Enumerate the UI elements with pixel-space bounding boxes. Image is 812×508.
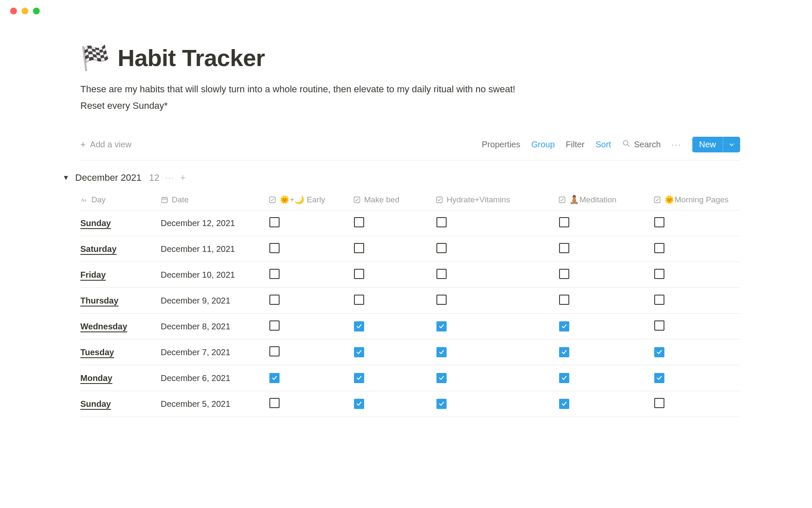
habit-checkbox[interactable]	[654, 295, 664, 305]
habit-checkbox[interactable]	[269, 217, 280, 227]
group-add-button[interactable]: +	[180, 172, 186, 183]
date-cell[interactable]: December 10, 2021	[161, 270, 269, 280]
page-reset-note[interactable]: Reset every Sunday*	[80, 98, 740, 113]
cell-early	[269, 217, 353, 229]
habit-checkbox[interactable]	[436, 321, 447, 331]
habit-checkbox[interactable]	[269, 373, 280, 383]
column-header-date[interactable]: Date	[161, 195, 269, 204]
date-cell[interactable]: December 7, 2021	[161, 348, 269, 357]
habit-checkbox[interactable]	[654, 347, 664, 357]
column-header-hydrate[interactable]: Hydrate+Vitamins	[436, 195, 558, 204]
column-header-meditation[interactable]: 🧘🏽Meditation	[558, 195, 653, 204]
habit-checkbox[interactable]	[559, 399, 569, 409]
maximize-window-button[interactable]	[33, 8, 40, 14]
column-header-makebed[interactable]: Make bed	[353, 195, 436, 204]
habit-checkbox[interactable]	[436, 243, 447, 253]
new-dropdown-button[interactable]	[723, 137, 740, 152]
day-cell[interactable]: Saturday	[80, 244, 161, 254]
habit-checkbox[interactable]	[354, 373, 364, 383]
group-more-button[interactable]: ···	[165, 174, 174, 182]
group-name[interactable]: December 2021	[75, 172, 142, 183]
day-cell[interactable]: Sunday	[80, 399, 161, 409]
day-cell[interactable]: Tuesday	[80, 348, 161, 357]
table-row[interactable]: WednesdayDecember 8, 2021	[80, 314, 740, 340]
habit-checkbox[interactable]	[354, 269, 364, 279]
minimize-window-button[interactable]	[22, 8, 28, 14]
cell-morningpages	[653, 269, 740, 281]
date-cell[interactable]: December 12, 2021	[161, 218, 269, 228]
date-cell[interactable]: December 5, 2021	[161, 399, 269, 409]
habit-checkbox[interactable]	[269, 295, 280, 305]
cell-early	[269, 346, 353, 359]
habit-checkbox[interactable]	[654, 398, 664, 408]
day-cell[interactable]: Thursday	[80, 296, 161, 306]
new-button[interactable]: New	[692, 137, 740, 152]
habit-checkbox[interactable]	[559, 217, 569, 227]
table-row[interactable]: SundayDecember 12, 2021	[80, 210, 740, 236]
habit-checkbox[interactable]	[654, 373, 664, 383]
table-row[interactable]: TuesdayDecember 7, 2021	[80, 340, 740, 365]
cell-morningpages	[653, 217, 740, 229]
habit-checkbox[interactable]	[436, 373, 447, 383]
sort-button[interactable]: Sort	[595, 140, 611, 149]
habit-checkbox[interactable]	[354, 321, 364, 331]
column-header-day[interactable]: AaDay	[80, 195, 161, 204]
habit-checkbox[interactable]	[559, 321, 569, 331]
page-title[interactable]: Habit Tracker	[118, 44, 265, 72]
table-row[interactable]: SundayDecember 5, 2021	[80, 391, 740, 417]
table-row[interactable]: ThursdayDecember 9, 2021	[80, 288, 740, 314]
habit-checkbox[interactable]	[654, 243, 664, 253]
habit-checkbox[interactable]	[354, 399, 364, 409]
habit-checkbox[interactable]	[269, 346, 280, 356]
habit-checkbox[interactable]	[436, 399, 447, 409]
day-cell[interactable]: Sunday	[80, 218, 161, 228]
habit-checkbox[interactable]	[654, 217, 664, 227]
more-options-button[interactable]: ···	[672, 140, 681, 149]
cell-makebed	[353, 373, 436, 384]
habit-checkbox[interactable]	[436, 217, 447, 227]
properties-button[interactable]: Properties	[482, 140, 520, 149]
chevron-down-icon	[728, 141, 735, 148]
search-button[interactable]: Search	[622, 139, 661, 150]
table-row[interactable]: MondayDecember 6, 2021	[80, 365, 740, 391]
habit-checkbox[interactable]	[559, 347, 569, 357]
date-cell[interactable]: December 6, 2021	[161, 373, 269, 383]
cell-hydrate	[436, 399, 558, 409]
habit-checkbox[interactable]	[354, 217, 364, 227]
day-cell[interactable]: Friday	[80, 270, 161, 280]
cell-makebed	[353, 347, 436, 358]
habit-checkbox[interactable]	[269, 243, 280, 253]
table-row[interactable]: FridayDecember 10, 2021	[80, 262, 740, 288]
column-header-morningpages[interactable]: 🌞Morning Pages	[653, 195, 740, 204]
column-header-early[interactable]: 🌞+🌙 Early	[269, 195, 353, 204]
cell-morningpages	[653, 347, 740, 358]
date-cell[interactable]: December 9, 2021	[161, 296, 269, 306]
habit-checkbox[interactable]	[654, 269, 664, 279]
page-description[interactable]: These are my habits that will slowly tur…	[80, 82, 740, 97]
add-view-button[interactable]: + Add a view	[80, 139, 132, 150]
group-button[interactable]: Group	[531, 140, 555, 149]
date-cell[interactable]: December 8, 2021	[161, 322, 269, 331]
habit-checkbox[interactable]	[436, 295, 447, 305]
habit-checkbox[interactable]	[354, 347, 364, 357]
habit-checkbox[interactable]	[354, 243, 364, 253]
table-row[interactable]: SaturdayDecember 11, 2021	[80, 236, 740, 262]
date-cell[interactable]: December 11, 2021	[161, 244, 269, 254]
habit-checkbox[interactable]	[436, 347, 447, 357]
close-window-button[interactable]	[10, 8, 17, 14]
habit-checkbox[interactable]	[269, 269, 280, 279]
habit-checkbox[interactable]	[559, 243, 569, 253]
group-toggle[interactable]: ▼	[63, 174, 69, 182]
habit-checkbox[interactable]	[269, 320, 280, 331]
habit-checkbox[interactable]	[269, 398, 280, 408]
habit-checkbox[interactable]	[559, 373, 569, 383]
day-cell[interactable]: Wednesday	[80, 322, 161, 331]
day-cell[interactable]: Monday	[80, 373, 161, 383]
habit-checkbox[interactable]	[654, 320, 664, 331]
habit-checkbox[interactable]	[354, 295, 364, 305]
filter-button[interactable]: Filter	[566, 140, 584, 149]
habit-checkbox[interactable]	[559, 295, 569, 305]
habit-checkbox[interactable]	[559, 269, 569, 279]
page-icon[interactable]: 🏁	[80, 46, 110, 70]
habit-checkbox[interactable]	[436, 269, 447, 279]
